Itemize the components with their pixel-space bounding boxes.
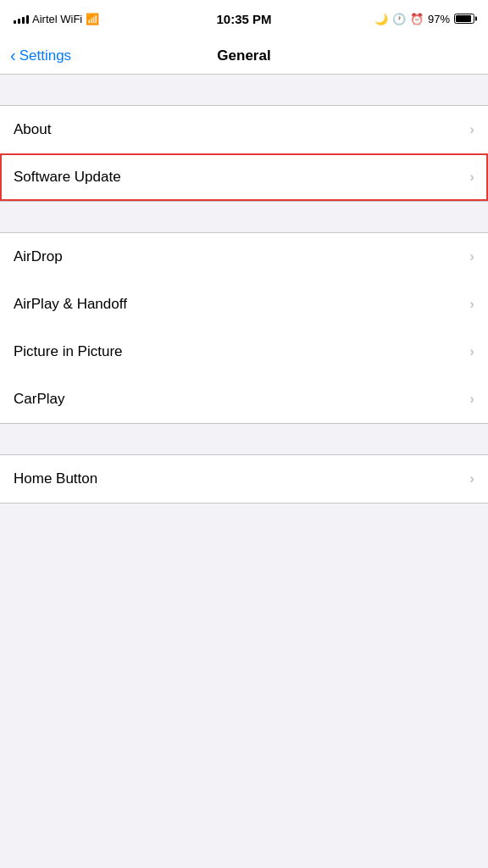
back-chevron-icon: ‹ [10, 47, 16, 64]
moon-icon: 🌙 [374, 13, 388, 25]
carrier-label: Airtel WiFi [32, 13, 82, 25]
back-label: Settings [19, 47, 71, 64]
about-chevron-icon: › [469, 121, 474, 138]
status-bar-time: 10:35 PM [216, 12, 271, 26]
status-bar-right: 🌙 🕐 ⏰ 97% [374, 13, 474, 25]
home-button-chevron-icon: › [469, 470, 474, 487]
airplay-handoff-chevron-icon: › [469, 296, 474, 313]
settings-item-software-update[interactable]: Software Update › [0, 153, 488, 201]
airdrop-label: AirDrop [14, 248, 63, 265]
carplay-chevron-icon: › [469, 391, 474, 408]
settings-item-home-button[interactable]: Home Button › [0, 455, 488, 503]
battery-percent-label: 97% [428, 13, 450, 25]
nav-bar: ‹ Settings General [0, 37, 488, 75]
about-label: About [14, 121, 51, 138]
carplay-label: CarPlay [14, 391, 64, 408]
settings-group-3: Home Button › [0, 454, 488, 504]
status-bar: Airtel WiFi 📶 10:35 PM 🌙 🕐 ⏰ 97% [0, 0, 488, 37]
section-spacer-2 [0, 202, 488, 232]
settings-item-carplay[interactable]: CarPlay › [0, 376, 488, 423]
bottom-spacer [0, 504, 488, 758]
airdrop-chevron-icon: › [469, 248, 474, 265]
settings-item-picture-in-picture[interactable]: Picture in Picture › [0, 328, 488, 376]
picture-in-picture-label: Picture in Picture [14, 343, 123, 360]
settings-item-about[interactable]: About › [0, 106, 488, 153]
back-button[interactable]: ‹ Settings [10, 47, 71, 64]
settings-group-1: About › Software Update › [0, 105, 488, 202]
status-bar-left: Airtel WiFi 📶 [14, 13, 99, 25]
airplay-handoff-label: AirPlay & Handoff [14, 296, 127, 313]
signal-bars-icon [14, 14, 29, 24]
picture-in-picture-chevron-icon: › [469, 343, 474, 360]
alarm-icon: ⏰ [410, 13, 424, 25]
software-update-label: Software Update [14, 169, 121, 186]
wifi-icon: 📶 [86, 13, 99, 25]
page-title: General [217, 47, 270, 64]
clock-icon: 🕐 [392, 13, 406, 25]
home-button-label: Home Button [14, 470, 97, 487]
settings-group-2: AirDrop › AirPlay & Handoff › Picture in… [0, 232, 488, 424]
software-update-chevron-icon: › [469, 169, 474, 186]
settings-item-airplay-handoff[interactable]: AirPlay & Handoff › [0, 281, 488, 328]
settings-item-airdrop[interactable]: AirDrop › [0, 233, 488, 281]
section-spacer-3 [0, 424, 488, 454]
section-spacer-1 [0, 75, 488, 105]
battery-icon [454, 14, 474, 24]
